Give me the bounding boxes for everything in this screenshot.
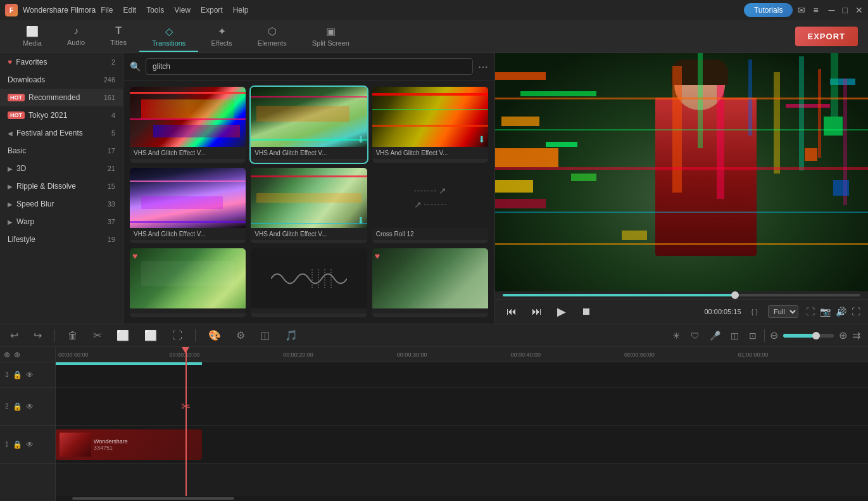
video-clip[interactable]: Wondershare 334751 (56, 429, 202, 460)
range-bar (56, 362, 202, 365)
sidebar-item-downloads[interactable]: Downloads 246 (0, 71, 123, 89)
tab-titles[interactable]: T Titles (97, 22, 139, 52)
zoom-slider-handle[interactable] (812, 332, 820, 339)
track-eye-1[interactable]: 👁 (26, 440, 34, 449)
tab-media[interactable]: ⬜ Media (10, 22, 54, 52)
sidebar-count-lifestyle: 19 (108, 236, 115, 243)
sidebar-item-ripple[interactable]: ▶ Ripple & Dissolve 15 (0, 177, 123, 195)
transition-card-5[interactable]: ⬇ VHS And Glitch Effect V... (251, 168, 367, 244)
audio-button[interactable]: 🎵 (282, 327, 300, 344)
stop-button[interactable]: ⏹ (577, 305, 595, 319)
preview-icons: ⛶ 📷 🔊 ⛶ (806, 307, 860, 317)
delete-button[interactable]: 🗑 (65, 327, 80, 344)
person-silhouette (636, 60, 788, 262)
redo-button[interactable]: ↪ (31, 327, 44, 344)
tab-splitscreen[interactable]: ▣ Split Screen (299, 22, 362, 52)
scrollbar-thumb[interactable] (72, 497, 235, 500)
grid-options-icon[interactable]: ⋯ (478, 61, 488, 73)
adjust-button[interactable]: ⚙ (234, 327, 248, 344)
color-button[interactable]: 🎨 (206, 327, 223, 344)
menu-edit[interactable]: Edit (123, 6, 137, 15)
glitch-block-green-2 (571, 174, 596, 181)
sun-button[interactable]: ☀ (670, 328, 683, 343)
menu-tools[interactable]: Tools (146, 6, 164, 15)
sidebar-label-lifestyle: Lifestyle (8, 235, 35, 244)
transition-card-4[interactable]: VHS And Glitch Effect V... (130, 168, 246, 244)
zoom-out-icon[interactable]: ⊖ (770, 329, 778, 341)
search-input[interactable] (146, 58, 473, 75)
sidebar-item-recommended[interactable]: HOT Recommended 161 (0, 89, 123, 106)
snap-icon[interactable]: ⊕ (4, 350, 10, 359)
menu-help[interactable]: Help (233, 6, 249, 15)
split-button[interactable]: ◫ (258, 327, 272, 344)
glitch-block-1 (495, 72, 546, 80)
transition-card-3[interactable]: ⬇ VHS And Glitch Effect V... (372, 87, 488, 163)
volume-icon[interactable]: 🔊 (836, 307, 846, 317)
export-button[interactable]: EXPORT (795, 27, 858, 46)
track-lock-1[interactable]: 🔒 (13, 440, 22, 449)
fullscreen-icon[interactable]: ⛶ (806, 307, 815, 317)
snapshot-icon[interactable]: 📷 (820, 307, 831, 317)
bell-icon[interactable]: ≡ (813, 5, 818, 15)
sidebar-item-favorites[interactable]: ♥ Favorites 2 (0, 53, 123, 71)
mic-button[interactable]: 🎤 (707, 328, 723, 343)
track-lock-2[interactable]: 🔒 (13, 402, 22, 411)
menu-export[interactable]: Export (201, 6, 223, 15)
shield-button[interactable]: 🛡 (688, 328, 702, 343)
zoom-slider[interactable] (783, 334, 834, 338)
voice-button[interactable]: ◫ (728, 328, 741, 343)
zoom-fit-button[interactable]: ⬜ (142, 327, 160, 344)
undo-button[interactable]: ↩ (8, 327, 21, 344)
transition-card-7[interactable]: ♥ (130, 248, 246, 317)
minimize-button[interactable]: ─ (829, 5, 835, 15)
progress-handle[interactable] (731, 291, 739, 299)
transition-label-3: VHS And Glitch Effect V... (372, 147, 488, 159)
transition-card-1[interactable]: VHS And Glitch Effect V... (130, 87, 246, 163)
message-icon[interactable]: ✉ (798, 5, 805, 15)
pip-icon[interactable]: ⛶ (852, 307, 860, 317)
tab-elements[interactable]: ⬡ Elements (245, 22, 299, 52)
horizontal-scrollbar[interactable] (56, 496, 868, 501)
menu-view[interactable]: View (174, 6, 191, 15)
track-eye-3[interactable]: 👁 (26, 371, 34, 379)
tutorials-button[interactable]: Tutorials (744, 3, 793, 17)
sidebar-item-basic[interactable]: Basic 17 (0, 142, 123, 160)
transition-card-9[interactable]: ♥ (372, 248, 488, 317)
sidebar-item-speedblur[interactable]: ▶ Speed Blur 33 (0, 195, 123, 213)
sidebar-item-lifestyle[interactable]: Lifestyle 19 (0, 231, 123, 248)
tab-effects[interactable]: ✦ Effects (198, 22, 244, 52)
tab-audio[interactable]: ♪ Audio (54, 22, 97, 52)
magnet-icon[interactable]: ⊕ (14, 350, 20, 359)
splitscreen-icon: ▣ (326, 25, 336, 37)
sidebar-item-warp[interactable]: ▶ Warp 37 (0, 213, 123, 231)
maximize-button[interactable]: □ (843, 5, 848, 15)
progress-bar[interactable] (503, 294, 860, 296)
glitch-block-5 (786, 104, 830, 108)
menu-file[interactable]: File (101, 6, 113, 15)
sidebar-item-festival[interactable]: ◀ Festival and Events 5 (0, 124, 123, 142)
tab-transitions[interactable]: ◇ Transitions (139, 22, 198, 52)
close-button[interactable]: ✕ (855, 5, 863, 15)
search-icon: 🔍 (130, 61, 141, 72)
transition-card-crossroll[interactable]: ↗ ↗ Cross Roll 12 (372, 168, 488, 244)
track-eye-2[interactable]: 👁 (26, 402, 34, 411)
sidebar-item-tokyo2021[interactable]: HOT Tokyo 2021 4 (0, 106, 123, 124)
step-back-button[interactable]: ⏭ (528, 305, 546, 319)
transition-card-wave[interactable] (251, 248, 367, 317)
transition-label-crossroll: Cross Roll 12 (372, 228, 488, 240)
play-button[interactable]: ▶ (553, 303, 570, 320)
fullscreen-timeline-button[interactable]: ⛶ (170, 327, 185, 344)
zoom-in-icon[interactable]: ⊕ (839, 329, 847, 341)
titlebar-icons: ✉ ≡ (798, 5, 818, 15)
sidebar-item-3d[interactable]: ▶ 3D 21 (0, 160, 123, 177)
transition-label-2: VHS And Glitch Effect V... (251, 147, 367, 159)
transition-card-2[interactable]: ⬇ VHS And Glitch Effect V... (251, 87, 367, 163)
crop-button[interactable]: ⬜ (114, 327, 132, 344)
expand-icon[interactable]: ⇉ (852, 329, 860, 341)
cut-button[interactable]: ✂ (91, 327, 104, 344)
pip2-button[interactable]: ⊡ (746, 328, 759, 343)
quality-select[interactable]: Full 1/2 1/4 (768, 305, 798, 318)
skip-back-button[interactable]: ⏮ (503, 305, 520, 319)
track-lock-3[interactable]: 🔒 (13, 371, 22, 379)
progress-fill (503, 294, 735, 296)
